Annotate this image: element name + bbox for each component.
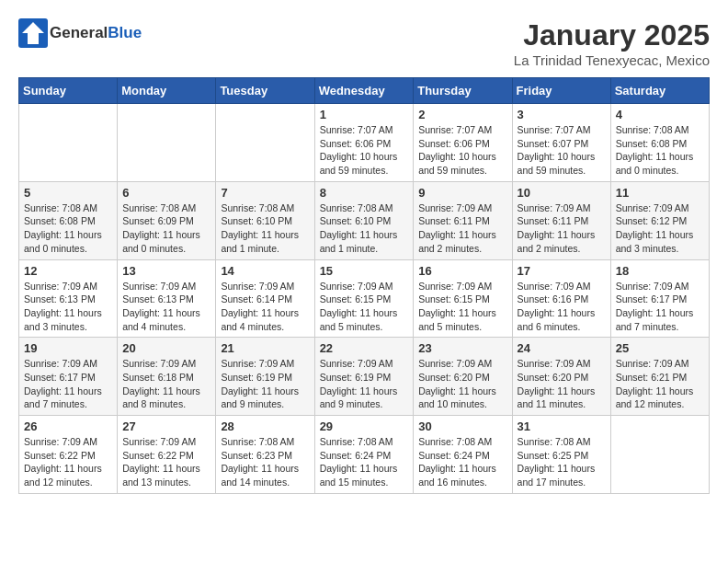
day-number: 16: [418, 264, 506, 278]
day-number: 15: [320, 264, 409, 278]
day-number: 1: [320, 108, 409, 121]
calendar-cell: 13Sunrise: 7:09 AM Sunset: 6:13 PM Dayli…: [118, 259, 216, 338]
day-number: 12: [24, 264, 112, 278]
calendar-cell: [118, 104, 216, 182]
calendar-cell: 22Sunrise: 7:09 AM Sunset: 6:19 PM Dayli…: [314, 338, 414, 416]
calendar-cell: [19, 104, 118, 182]
calendar-cell: 8Sunrise: 7:08 AM Sunset: 6:10 PM Daylig…: [314, 181, 414, 259]
day-info: Sunrise: 7:09 AM Sunset: 6:17 PM Dayligh…: [616, 280, 704, 334]
calendar-cell: 18Sunrise: 7:09 AM Sunset: 6:17 PM Dayli…: [610, 259, 709, 338]
day-info: Sunrise: 7:08 AM Sunset: 6:08 PM Dayligh…: [24, 201, 112, 256]
calendar-cell: 6Sunrise: 7:08 AM Sunset: 6:09 PM Daylig…: [118, 181, 216, 259]
calendar-table: SundayMondayTuesdayWednesdayThursdayFrid…: [18, 77, 710, 494]
day-info: Sunrise: 7:09 AM Sunset: 6:15 PM Dayligh…: [320, 280, 409, 334]
calendar-cell: 11Sunrise: 7:09 AM Sunset: 6:12 PM Dayli…: [610, 181, 709, 259]
day-number: 5: [24, 186, 112, 200]
day-info: Sunrise: 7:09 AM Sunset: 6:20 PM Dayligh…: [418, 357, 506, 411]
weekday-header: Monday: [118, 78, 216, 104]
day-number: 26: [24, 419, 112, 433]
day-number: 13: [122, 264, 210, 278]
calendar-cell: 25Sunrise: 7:09 AM Sunset: 6:21 PM Dayli…: [610, 338, 709, 416]
day-number: 10: [518, 186, 606, 200]
calendar-cell: 23Sunrise: 7:09 AM Sunset: 6:20 PM Dayli…: [414, 338, 512, 416]
day-number: 20: [122, 341, 210, 355]
day-number: 18: [616, 264, 704, 278]
location-title: La Trinidad Tenexyecac, Mexico: [514, 52, 710, 68]
logo-icon: [18, 18, 48, 48]
day-number: 29: [320, 419, 409, 433]
day-number: 19: [24, 341, 112, 355]
calendar-cell: 15Sunrise: 7:09 AM Sunset: 6:15 PM Dayli…: [314, 259, 414, 338]
page-header: General Blue January 2025 La Trinidad Te…: [18, 18, 710, 68]
day-number: 27: [122, 419, 210, 433]
calendar-week-row: 1Sunrise: 7:07 AM Sunset: 6:06 PM Daylig…: [19, 104, 710, 182]
day-info: Sunrise: 7:07 AM Sunset: 6:06 PM Dayligh…: [320, 123, 409, 178]
day-number: 30: [418, 419, 506, 433]
day-number: 4: [616, 108, 704, 121]
day-number: 3: [518, 108, 606, 121]
day-info: Sunrise: 7:09 AM Sunset: 6:18 PM Dayligh…: [122, 357, 210, 411]
logo: General Blue: [18, 18, 142, 48]
calendar-cell: 7Sunrise: 7:08 AM Sunset: 6:10 PM Daylig…: [216, 181, 314, 259]
day-info: Sunrise: 7:09 AM Sunset: 6:19 PM Dayligh…: [221, 357, 309, 411]
calendar-week-row: 19Sunrise: 7:09 AM Sunset: 6:17 PM Dayli…: [19, 338, 710, 416]
weekday-header: Friday: [512, 78, 610, 104]
calendar-cell: [610, 416, 709, 494]
day-number: 23: [418, 341, 506, 355]
day-info: Sunrise: 7:09 AM Sunset: 6:20 PM Dayligh…: [518, 357, 606, 411]
calendar-cell: 4Sunrise: 7:08 AM Sunset: 6:08 PM Daylig…: [610, 104, 709, 182]
weekday-header: Thursday: [414, 78, 512, 104]
day-info: Sunrise: 7:08 AM Sunset: 6:23 PM Dayligh…: [221, 435, 309, 489]
day-info: Sunrise: 7:08 AM Sunset: 6:10 PM Dayligh…: [221, 201, 309, 256]
weekday-header: Wednesday: [314, 78, 414, 104]
weekday-header: Sunday: [19, 78, 118, 104]
calendar-cell: 29Sunrise: 7:08 AM Sunset: 6:24 PM Dayli…: [314, 416, 414, 494]
calendar-cell: 1Sunrise: 7:07 AM Sunset: 6:06 PM Daylig…: [314, 104, 414, 182]
day-info: Sunrise: 7:08 AM Sunset: 6:24 PM Dayligh…: [418, 435, 506, 489]
day-number: 28: [221, 419, 309, 433]
day-number: 24: [518, 341, 606, 355]
weekday-header: Tuesday: [216, 78, 314, 104]
day-number: 7: [221, 186, 309, 200]
day-number: 22: [320, 341, 409, 355]
day-info: Sunrise: 7:09 AM Sunset: 6:22 PM Dayligh…: [122, 435, 210, 489]
calendar-cell: 10Sunrise: 7:09 AM Sunset: 6:11 PM Dayli…: [512, 181, 610, 259]
calendar-header-row: SundayMondayTuesdayWednesdayThursdayFrid…: [19, 78, 710, 104]
calendar-cell: 26Sunrise: 7:09 AM Sunset: 6:22 PM Dayli…: [19, 416, 118, 494]
day-number: 14: [221, 264, 309, 278]
logo-blue-text: Blue: [108, 24, 142, 42]
day-info: Sunrise: 7:09 AM Sunset: 6:16 PM Dayligh…: [518, 280, 606, 334]
day-info: Sunrise: 7:09 AM Sunset: 6:22 PM Dayligh…: [24, 435, 112, 489]
day-info: Sunrise: 7:07 AM Sunset: 6:06 PM Dayligh…: [418, 123, 506, 178]
day-number: 8: [320, 186, 409, 200]
calendar-week-row: 12Sunrise: 7:09 AM Sunset: 6:13 PM Dayli…: [19, 259, 710, 338]
day-number: 2: [418, 108, 506, 121]
day-info: Sunrise: 7:09 AM Sunset: 6:12 PM Dayligh…: [616, 201, 704, 256]
day-info: Sunrise: 7:09 AM Sunset: 6:19 PM Dayligh…: [320, 357, 409, 411]
calendar-cell: 19Sunrise: 7:09 AM Sunset: 6:17 PM Dayli…: [19, 338, 118, 416]
day-info: Sunrise: 7:09 AM Sunset: 6:14 PM Dayligh…: [221, 280, 309, 334]
calendar-cell: 14Sunrise: 7:09 AM Sunset: 6:14 PM Dayli…: [216, 259, 314, 338]
day-info: Sunrise: 7:09 AM Sunset: 6:15 PM Dayligh…: [418, 280, 506, 334]
calendar-cell: 12Sunrise: 7:09 AM Sunset: 6:13 PM Dayli…: [19, 259, 118, 338]
calendar-cell: 16Sunrise: 7:09 AM Sunset: 6:15 PM Dayli…: [414, 259, 512, 338]
day-info: Sunrise: 7:08 AM Sunset: 6:24 PM Dayligh…: [320, 435, 409, 489]
day-number: 11: [616, 186, 704, 200]
calendar-cell: 2Sunrise: 7:07 AM Sunset: 6:06 PM Daylig…: [414, 104, 512, 182]
day-info: Sunrise: 7:09 AM Sunset: 6:13 PM Dayligh…: [122, 280, 210, 334]
day-info: Sunrise: 7:08 AM Sunset: 6:08 PM Dayligh…: [616, 123, 704, 178]
calendar-cell: 9Sunrise: 7:09 AM Sunset: 6:11 PM Daylig…: [414, 181, 512, 259]
day-number: 31: [518, 419, 606, 433]
day-info: Sunrise: 7:08 AM Sunset: 6:09 PM Dayligh…: [122, 201, 210, 256]
day-info: Sunrise: 7:09 AM Sunset: 6:11 PM Dayligh…: [518, 201, 606, 256]
calendar-cell: 30Sunrise: 7:08 AM Sunset: 6:24 PM Dayli…: [414, 416, 512, 494]
calendar-cell: 21Sunrise: 7:09 AM Sunset: 6:19 PM Dayli…: [216, 338, 314, 416]
day-info: Sunrise: 7:07 AM Sunset: 6:07 PM Dayligh…: [518, 123, 606, 178]
calendar-week-row: 26Sunrise: 7:09 AM Sunset: 6:22 PM Dayli…: [19, 416, 710, 494]
day-info: Sunrise: 7:08 AM Sunset: 6:10 PM Dayligh…: [320, 201, 409, 256]
day-number: 6: [122, 186, 210, 200]
calendar-cell: [216, 104, 314, 182]
day-info: Sunrise: 7:09 AM Sunset: 6:21 PM Dayligh…: [616, 357, 704, 411]
day-info: Sunrise: 7:09 AM Sunset: 6:13 PM Dayligh…: [24, 280, 112, 334]
calendar-week-row: 5Sunrise: 7:08 AM Sunset: 6:08 PM Daylig…: [19, 181, 710, 259]
